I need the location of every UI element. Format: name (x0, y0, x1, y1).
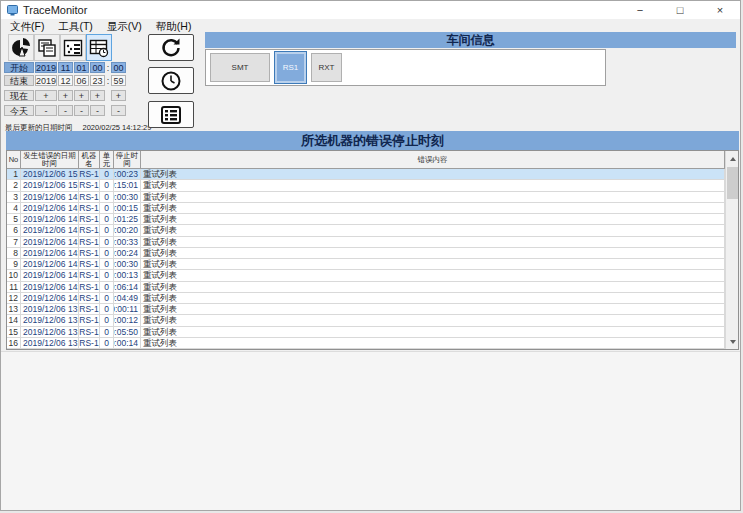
clock-button[interactable] (148, 67, 194, 94)
machine-button[interactable]: RXT (311, 53, 342, 82)
layers-icon (37, 38, 57, 58)
table-row[interactable]: 5 2019/12/06 14:45:12 RS-1 0 0:01:25 重试列… (7, 214, 725, 225)
vertical-scrollbar[interactable] (725, 151, 738, 349)
menu-item[interactable]: 工具(T) (51, 19, 99, 34)
layers-view-button[interactable] (34, 34, 60, 61)
table-row[interactable]: 9 2019/12/06 14:25:11 RS-1 0 0:00:30 重试列… (7, 259, 725, 270)
error-table: No 发生错误的日期时间 机器名 单元 停止时间 错误内容 1 2019/12/… (6, 150, 739, 350)
table-row[interactable]: 7 2019/12/06 14:34:50 RS-1 0 0:00:33 重试列… (7, 237, 725, 248)
cell-datetime: 2019/12/06 13:54:05 (21, 315, 79, 326)
cell-content: 重试列表 (141, 169, 725, 180)
cell-stop-time: 0:00:15 (114, 203, 141, 214)
table-row[interactable]: 11 2019/12/06 14:13:51 RS-1 0 0:06:14 重试… (7, 282, 725, 293)
menu-item[interactable]: 文件(F) (3, 19, 51, 34)
pie-chart-view-button[interactable] (8, 34, 34, 61)
now-day-button[interactable]: + (74, 90, 89, 101)
today-day-button[interactable]: - (74, 105, 89, 116)
col-datetime: 发生错误的日期时间 (21, 151, 79, 169)
cell-no: 15 (7, 327, 21, 338)
cell-unit: 0 (100, 203, 114, 214)
end-day-field[interactable]: 06 (74, 75, 89, 86)
now-month-button[interactable]: + (58, 90, 73, 101)
cell-unit: 0 (100, 338, 114, 349)
table-row[interactable]: 15 2019/12/06 13:51:49 RS-1 0 0:05:50 重试… (7, 327, 725, 338)
cell-machine: RS-1 (79, 282, 100, 293)
cell-datetime: 2019/12/06 14:54:28 (21, 192, 79, 203)
table-row[interactable]: 4 2019/12/06 14:51:49 RS-1 0 0:00:15 重试列… (7, 203, 725, 214)
now-year-button[interactable]: + (35, 90, 57, 101)
cell-datetime: 2019/12/06 14:27:55 (21, 248, 79, 259)
cell-stop-time: 0:00:30 (114, 259, 141, 270)
menu-item[interactable]: 显示(V) (100, 19, 149, 34)
now-minute-button[interactable]: + (111, 90, 126, 101)
cell-content: 重试列表 (141, 192, 725, 203)
machine-button[interactable]: SMT (210, 53, 270, 82)
start-label: 开始 (4, 62, 34, 73)
table-row[interactable]: 1 2019/12/06 15:18:24 RS-1 0 0:00:23 重试列… (7, 169, 725, 180)
cell-datetime: 2019/12/06 15:18:24 (21, 169, 79, 180)
list-button[interactable] (148, 101, 194, 128)
today-label: 今天 (4, 105, 34, 116)
table-row[interactable]: 13 2019/12/06 13:56:25 RS-1 0 0:00:11 重试… (7, 304, 725, 315)
now-row: 现在 + + + + + (4, 90, 127, 101)
table-row[interactable]: 3 2019/12/06 14:54:28 RS-1 0 0:00:30 重试列… (7, 192, 725, 203)
cell-stop-time: 0:15:01 (114, 180, 141, 191)
start-month-field[interactable]: 11 (58, 62, 73, 73)
clock-icon (160, 70, 182, 92)
cell-stop-time: 0:00:23 (114, 169, 141, 180)
end-minute-field[interactable]: 59 (111, 75, 126, 86)
cell-content: 重试列表 (141, 315, 725, 326)
scroll-up-icon[interactable] (726, 151, 739, 166)
cell-machine: RS-1 (79, 315, 100, 326)
today-year-button[interactable]: - (35, 105, 57, 116)
table-row[interactable]: 2 2019/12/06 15:13:49 RS-1 0 0:15:01 重试列… (7, 180, 725, 191)
table-clock-view-button[interactable] (86, 34, 112, 61)
refresh-button[interactable] (148, 34, 194, 61)
machine-button[interactable]: RS1 (274, 51, 307, 84)
window-title: TraceMonitor (23, 4, 87, 16)
cell-machine: RS-1 (79, 304, 100, 315)
now-label: 现在 (4, 90, 34, 101)
cell-machine: RS-1 (79, 327, 100, 338)
today-hour-button[interactable]: - (90, 105, 105, 116)
cell-stop-time: 0:00:24 (114, 248, 141, 259)
col-stop-time: 停止时间 (114, 151, 141, 169)
cell-machine: RS-1 (79, 259, 100, 270)
scrollbar-thumb[interactable] (727, 167, 738, 199)
end-hour-field[interactable]: 23 (90, 75, 105, 86)
close-button[interactable]: × (700, 1, 740, 19)
cell-no: 7 (7, 237, 21, 248)
end-month-field[interactable]: 12 (58, 75, 73, 86)
start-day-field[interactable]: 01 (74, 62, 89, 73)
cell-content: 重试列表 (141, 293, 725, 304)
cell-machine: RS-1 (79, 225, 100, 236)
menu-item[interactable]: 帮助(H) (149, 19, 199, 34)
table-row[interactable]: 16 2019/12/06 13:39:29 RS-1 0 0:00:14 重试… (7, 338, 725, 349)
today-month-button[interactable]: - (58, 105, 73, 116)
cell-stop-time: 0:00:30 (114, 192, 141, 203)
cell-no: 2 (7, 180, 21, 191)
maximize-button[interactable]: □ (660, 1, 700, 19)
table-row[interactable]: 8 2019/12/06 14:27:55 RS-1 0 0:00:24 重试列… (7, 248, 725, 259)
cell-no: 9 (7, 259, 21, 270)
now-hour-button[interactable]: + (90, 90, 105, 101)
cell-unit: 0 (100, 293, 114, 304)
chart-view-button[interactable] (60, 34, 86, 61)
today-minute-button[interactable]: - (111, 105, 126, 116)
table-row[interactable]: 10 2019/12/06 14:18:19 RS-1 0 0:00:13 重试… (7, 270, 725, 281)
table-row[interactable]: 12 2019/12/06 14:05:33 RS-1 0 0:04:49 重试… (7, 293, 725, 304)
start-year-field[interactable]: 2019 (35, 62, 57, 73)
start-minute-field[interactable]: 00 (111, 62, 126, 73)
table-row[interactable]: 14 2019/12/06 13:54:05 RS-1 0 0:00:12 重试… (7, 315, 725, 326)
end-year-field[interactable]: 2019 (35, 75, 57, 86)
start-hour-field[interactable]: 00 (90, 62, 105, 73)
col-content: 错误内容 (141, 151, 725, 169)
table-row[interactable]: 6 2019/12/06 14:41:07 RS-1 0 0:00:20 重试列… (7, 225, 725, 236)
scroll-down-icon[interactable] (726, 334, 739, 349)
cell-datetime: 2019/12/06 14:45:12 (21, 214, 79, 225)
minimize-button[interactable]: − (620, 1, 660, 19)
time-separator: : (106, 75, 110, 86)
error-table-body: 1 2019/12/06 15:18:24 RS-1 0 0:00:23 重试列… (7, 169, 725, 349)
time-separator: : (106, 62, 110, 73)
cell-content: 重试列表 (141, 203, 725, 214)
